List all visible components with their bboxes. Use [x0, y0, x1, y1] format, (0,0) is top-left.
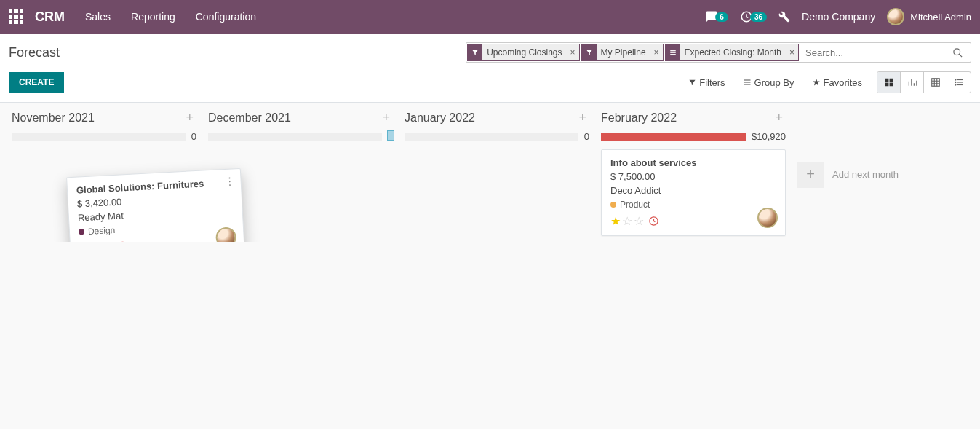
nav-sales[interactable]: Sales	[85, 11, 111, 23]
list-view-icon[interactable]	[947, 72, 971, 93]
svg-point-26	[955, 84, 956, 85]
svg-rect-2	[670, 52, 676, 53]
groupby-button[interactable]: Group By	[743, 77, 794, 88]
facet-remove[interactable]: ×	[567, 47, 579, 58]
column-title: January 2022	[405, 111, 475, 125]
card-customer: Deco Addict	[610, 185, 776, 196]
page-title: Forecast	[9, 45, 60, 60]
column-progress[interactable]	[601, 133, 746, 141]
star-icon[interactable]: ★	[91, 240, 102, 242]
column-amount: 0	[191, 131, 196, 142]
svg-point-24	[955, 82, 956, 83]
nav-configuration[interactable]: Configuration	[196, 11, 256, 23]
card-tag: Product	[610, 200, 650, 210]
svg-rect-9	[885, 79, 888, 82]
column-add-icon[interactable]: +	[575, 110, 589, 125]
column-progress[interactable]	[405, 133, 578, 141]
filter-facet[interactable]: Upcoming Closings ×	[467, 44, 579, 61]
brand[interactable]: CRM	[35, 9, 65, 25]
kanban-column: November 2021 + 0 ⋮ Global Solutions: Fu…	[6, 109, 202, 236]
messages-badge: 6	[715, 12, 728, 22]
activity-overdue-icon[interactable]	[117, 240, 129, 242]
column-add-icon[interactable]: +	[379, 110, 393, 125]
svg-rect-8	[744, 84, 750, 85]
card-menu-icon[interactable]: ⋮	[224, 175, 235, 187]
pivot-view-icon[interactable]	[924, 72, 947, 93]
debug-icon[interactable]	[778, 11, 790, 23]
kanban-card[interactable]: Info about services $ 7,500.00 Deco Addi…	[601, 149, 786, 236]
company-switcher[interactable]: Demo Company	[802, 11, 875, 23]
svg-rect-10	[889, 79, 893, 82]
column-title: February 2022	[601, 111, 677, 125]
tag-dot-icon	[610, 202, 616, 208]
search-icon[interactable]	[945, 47, 971, 58]
svg-rect-11	[885, 83, 888, 87]
activities-badge: 36	[750, 12, 767, 22]
salesperson-avatar-icon[interactable]	[215, 227, 236, 242]
svg-rect-3	[670, 54, 676, 55]
column-amount: 0	[584, 131, 589, 142]
kanban-column: January 2022 + 0	[399, 109, 595, 236]
svg-rect-1	[670, 50, 676, 51]
kanban-view-icon[interactable]	[877, 72, 901, 93]
star-icon[interactable]: ☆	[622, 214, 632, 228]
svg-rect-27	[957, 84, 963, 85]
kanban-card[interactable]: ⋮ Global Solutions: Furnitures $ 3,420.0…	[66, 168, 245, 242]
svg-rect-17	[931, 79, 939, 87]
graph-view-icon[interactable]	[901, 72, 924, 93]
column-progress[interactable]	[12, 133, 186, 141]
messages-icon[interactable]: 6	[705, 10, 728, 23]
activity-overdue-icon[interactable]	[648, 216, 659, 227]
svg-rect-7	[744, 82, 750, 83]
drop-indicator	[387, 130, 394, 141]
filter-icon	[468, 44, 482, 60]
apps-icon[interactable]	[9, 9, 23, 24]
filter-icon	[582, 44, 597, 60]
filters-button[interactable]: Filters	[688, 77, 725, 88]
add-next-month[interactable]: + Add next month	[792, 109, 923, 236]
column-title: December 2021	[208, 111, 291, 125]
group-facet[interactable]: Expected Closing: Month ×	[665, 44, 799, 61]
svg-rect-12	[889, 83, 893, 87]
facet-remove[interactable]: ×	[650, 47, 663, 58]
svg-point-22	[955, 79, 956, 80]
user-name: Mitchell Admin	[910, 12, 971, 23]
card-amount: $ 7,500.00	[610, 171, 776, 182]
column-add-icon[interactable]: +	[772, 110, 786, 125]
user-menu[interactable]: Mitchell Admin	[887, 8, 971, 25]
column-add-icon[interactable]: +	[183, 110, 196, 125]
kanban-column: February 2022 + $10,920 Info about servi…	[595, 109, 792, 236]
user-avatar-icon	[887, 8, 904, 25]
card-title: Info about services	[610, 157, 776, 168]
column-amount: $10,920	[752, 131, 786, 142]
column-progress[interactable]	[208, 133, 382, 141]
star-icon[interactable]: ★	[79, 241, 90, 242]
filter-facet[interactable]: My Pipeline ×	[581, 44, 664, 61]
column-title: November 2021	[12, 111, 95, 125]
groupby-icon	[666, 44, 680, 60]
star-icon[interactable]: ☆	[634, 214, 644, 228]
facet-remove[interactable]: ×	[786, 47, 798, 58]
star-icon[interactable]: ☆	[103, 240, 113, 242]
svg-rect-23	[957, 79, 963, 80]
card-tag: Design	[79, 225, 116, 237]
create-button[interactable]: CREATE	[9, 72, 64, 93]
search-input[interactable]	[800, 44, 945, 61]
svg-line-5	[959, 54, 962, 57]
favorites-button[interactable]: Favorites	[812, 77, 862, 88]
add-next-icon[interactable]: +	[797, 162, 824, 188]
tag-dot-icon	[79, 229, 84, 235]
salesperson-avatar-icon[interactable]	[757, 208, 778, 228]
svg-rect-25	[957, 82, 963, 82]
activities-icon[interactable]: 36	[740, 10, 767, 23]
nav-reporting[interactable]: Reporting	[131, 11, 175, 23]
svg-point-4	[954, 48, 960, 55]
svg-rect-6	[744, 80, 750, 81]
star-icon[interactable]: ★	[610, 214, 621, 228]
